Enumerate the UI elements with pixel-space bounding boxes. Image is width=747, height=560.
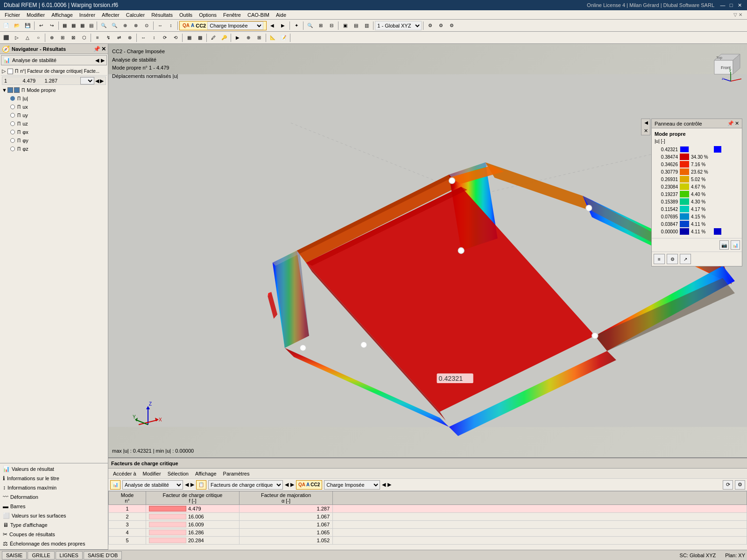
mp-checkbox[interactable] <box>7 87 13 93</box>
tb-btn8[interactable]: ⊗ <box>131 21 141 31</box>
tb-misc3[interactable]: ⚙ <box>446 21 457 31</box>
nav-info-titre[interactable]: ℹ Informations sur le titre <box>1 474 107 483</box>
radio-uy[interactable] <box>10 113 15 118</box>
tb-btn11[interactable]: ↕ <box>166 21 176 31</box>
minimize-button[interactable]: — <box>719 1 726 9</box>
tb2-btn2[interactable]: ▷ <box>12 33 22 43</box>
tb2-measure[interactable]: 📐 <box>268 33 278 43</box>
tb2-btn19[interactable]: 🖉 <box>208 33 218 43</box>
radio-px[interactable] <box>10 130 15 134</box>
nav-valeurs[interactable]: 📊 Valeurs de résultat <box>1 464 107 474</box>
tb-zoom[interactable]: 🔍 <box>305 21 315 31</box>
tb-btn4[interactable]: ▤ <box>87 21 95 31</box>
mp-checkbox2[interactable] <box>14 87 20 93</box>
tb2-btn15[interactable]: ⟳ <box>160 33 170 43</box>
tb2-btn12[interactable]: ⊗ <box>125 33 135 43</box>
close-button[interactable]: ✕ <box>736 1 743 9</box>
tb2-btn21[interactable]: ▶ <box>233 33 243 43</box>
tb2-btn14[interactable]: ↕ <box>149 33 159 43</box>
status-tab-saisie-ob[interactable]: SAISIE D'OB <box>84 551 122 560</box>
charge-select[interactable]: Charge Imposée <box>207 21 263 30</box>
menu-caobim[interactable]: CAO-BIM <box>245 11 272 19</box>
bottom-prev-charge[interactable]: ◀ <box>382 482 386 488</box>
tb2-btn20[interactable]: 🔑 <box>219 33 229 43</box>
tb-btn7[interactable]: ⊕ <box>120 21 130 31</box>
bottom-affichage[interactable]: Affichage <box>192 470 219 477</box>
table-row[interactable]: 2 16.006 1.067 <box>109 513 747 521</box>
nav-pin[interactable]: 📌 <box>93 46 100 52</box>
bottom-acceder[interactable]: Accéder à <box>110 470 139 477</box>
panel-close[interactable]: ✕ <box>735 120 739 126</box>
tb-zoom2[interactable]: ⊞ <box>316 21 326 31</box>
tree-pz-item[interactable]: Π φz <box>1 145 107 153</box>
bottom-next-analysis[interactable]: ▶ <box>190 482 194 488</box>
radio-pz[interactable] <box>10 147 15 151</box>
tb-render1[interactable]: ▣ <box>340 21 350 31</box>
analysis-next[interactable]: ▶ <box>101 57 105 63</box>
tb2-btn6[interactable]: ⊞ <box>57 33 68 43</box>
legend-icon-btn1[interactable]: 📷 <box>719 240 729 250</box>
bottom-parametres[interactable]: Paramètres <box>220 470 253 477</box>
table-row[interactable]: 3 16.009 1.067 <box>109 521 747 529</box>
menu-outils[interactable]: Outils <box>176 11 195 19</box>
menu-calculer[interactable]: Calculer <box>123 11 148 19</box>
nav-close[interactable]: ✕ <box>101 46 106 52</box>
tb2-btn13[interactable]: ↔ <box>138 33 148 43</box>
bottom-next-charge[interactable]: ▶ <box>388 482 391 488</box>
tb2-btn10[interactable]: ↯ <box>103 33 113 43</box>
menu-affichage[interactable]: Affichage <box>49 11 76 19</box>
tb-btn2[interactable]: ▦ <box>69 21 78 31</box>
footer-btn1[interactable]: ≡ <box>654 254 665 264</box>
footer-btn2[interactable]: ⚙ <box>667 254 678 264</box>
tree-uz-item[interactable]: Π uz <box>1 119 107 128</box>
menu-fichier[interactable]: Fichier <box>2 11 23 19</box>
bottom-modifier[interactable]: Modifier <box>140 470 164 477</box>
nav-surfaces[interactable]: ⬜ Valeurs sur les surfaces <box>1 511 107 520</box>
nav-barres[interactable]: ▬ Barres <box>1 502 107 511</box>
control-panel-header[interactable]: Panneau de contrôle 📌 ✕ <box>652 119 742 128</box>
nav-echelonnage[interactable]: ⚖ Échelonnage des modes propres <box>1 539 107 548</box>
bottom-prev-analysis[interactable]: ◀ <box>185 482 189 488</box>
table-row[interactable]: 5 20.284 1.052 <box>109 537 747 545</box>
menu-aide[interactable]: Aide <box>273 11 289 19</box>
nav-coupes[interactable]: ✂ Coupes de résultats <box>1 530 107 539</box>
nav-type-affichage[interactable]: 🖥 Type d'affichage <box>1 520 107 530</box>
menu-resultats[interactable]: Résultats <box>148 11 176 19</box>
analysis-prev[interactable]: ◀ <box>95 57 99 63</box>
tree-py-item[interactable]: Π φy <box>1 136 107 145</box>
maximize-button[interactable]: □ <box>727 1 735 9</box>
nav-deformation[interactable]: 〰 Déformation <box>1 492 107 502</box>
bottom-refresh-btn[interactable]: ⟳ <box>723 480 733 490</box>
mode-select[interactable] <box>80 77 94 84</box>
tb2-btn17[interactable]: ▦ <box>184 33 194 43</box>
tb-btn9[interactable]: ⊙ <box>141 21 152 31</box>
mode-prev[interactable]: ◀ <box>95 78 99 84</box>
legend-icon-btn2[interactable]: 📊 <box>731 240 740 250</box>
new-btn[interactable]: 📄 <box>1 21 11 31</box>
viewport[interactable]: CC2 - Charge Imposée Analyse de stabilit… <box>108 44 747 457</box>
right-mini-panel[interactable]: ▶ ✕ <box>641 119 650 135</box>
tb-misc2[interactable]: ⚙ <box>436 21 446 31</box>
tb2-btn9[interactable]: ≡ <box>92 33 103 43</box>
tb2-btn23[interactable]: ⊞ <box>254 33 264 43</box>
tb2-btn7[interactable]: ⊠ <box>68 33 78 43</box>
save-btn[interactable]: 💾 <box>22 21 33 31</box>
nav-info-maxmin[interactable]: ↕ Informations max/min <box>1 483 107 492</box>
tree-px-item[interactable]: Π φx <box>1 128 107 136</box>
tree-u-item[interactable]: Π |u| <box>1 94 107 103</box>
tb2-btn8[interactable]: ⬡ <box>79 33 89 43</box>
menu-fenetre[interactable]: Fenêtre <box>220 11 244 19</box>
tb-arrow[interactable]: ✦ <box>291 21 302 31</box>
tb2-btn16[interactable]: ⟲ <box>170 33 181 43</box>
bottom-next-type[interactable]: ▶ <box>290 482 294 488</box>
redo-btn[interactable]: ↪ <box>47 21 57 31</box>
tb2-btn22[interactable]: ⊕ <box>243 33 254 43</box>
panel-pin[interactable]: 📌 <box>727 120 734 126</box>
menu-inserer[interactable]: Insérer <box>77 11 98 19</box>
bottom-settings-btn[interactable]: ⚙ <box>735 480 745 490</box>
undo-btn[interactable]: ↩ <box>36 21 46 31</box>
analysis-selector[interactable]: 📊 Analyse de stabilité ◀ ▶ <box>1 55 107 65</box>
tree-expand[interactable]: ▷ <box>2 68 7 74</box>
header-checkbox[interactable] <box>7 69 13 74</box>
coord-system-select[interactable]: 1 - Global XYZ <box>375 21 422 30</box>
